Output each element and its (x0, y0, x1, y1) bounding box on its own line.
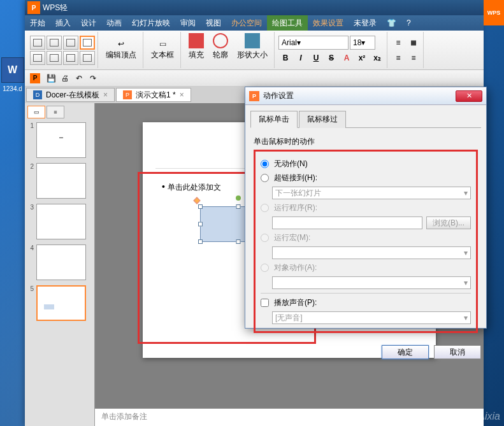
layout-btn-7[interactable] (63, 51, 78, 65)
resize-handle-sw[interactable] (198, 239, 203, 244)
textbox-button[interactable]: ▭ 文本框 (147, 38, 178, 62)
thumbnail-5[interactable]: 5 (27, 285, 92, 321)
cancel-button[interactable]: 取消 (434, 345, 481, 359)
redo-icon[interactable]: ↷ (87, 73, 99, 84)
subscript-button[interactable]: x₂ (370, 51, 384, 65)
font-name-select[interactable]: Arial ▾ (278, 36, 349, 50)
word-doc-icon[interactable]: W (1, 57, 24, 83)
menu-view[interactable]: 视图 (201, 15, 226, 31)
sound-select[interactable]: [无声音]▾ (272, 311, 471, 324)
menu-review[interactable]: 审阅 (175, 15, 201, 31)
highlight-box-dialog: 无动作(N) 超链接到(H): 下一张幻灯片▾ 运行程序(R): 浏览(B)..… (254, 150, 478, 333)
tab-mouse-over[interactable]: 鼠标移过 (299, 111, 346, 128)
close-icon[interactable]: × (180, 90, 184, 99)
ribbon: ↩ 编辑顶点 ▭ 文本框 填充 轮廓 形状大小 (25, 31, 484, 70)
save-icon[interactable]: 💾 (45, 73, 57, 84)
checkbox-play-sound[interactable] (261, 299, 269, 307)
wps-side-badge: WPS (484, 0, 504, 25)
menu-tshirt-icon[interactable]: 👕 (382, 15, 401, 31)
edit-vertex-button[interactable]: ↩ 编辑顶点 (102, 38, 140, 62)
menu-login[interactable]: 未登录 (349, 15, 382, 31)
notes-field[interactable]: 单击添加备注 (95, 408, 484, 426)
rotate-handle[interactable] (236, 195, 241, 201)
print-icon[interactable]: 🖨 (59, 73, 71, 84)
superscript-button[interactable]: x² (355, 51, 369, 65)
dialog-icon: P (249, 91, 259, 101)
layout-btn-3[interactable] (63, 36, 78, 50)
chevron-down-icon: ▾ (464, 278, 468, 287)
browse-button[interactable]: 浏览(B)... (426, 217, 471, 229)
layout-btn-2[interactable] (47, 36, 62, 50)
menu-anim[interactable]: 动画 (101, 15, 127, 31)
thumbnail-3[interactable]: 3 (27, 204, 92, 239)
strike-button[interactable]: S (324, 51, 338, 65)
layout-btn-6[interactable] (47, 51, 62, 65)
tab-mouse-click[interactable]: 鼠标单击 (250, 111, 298, 128)
chevron-down-icon: ▾ (464, 188, 468, 197)
resize-handle-nw[interactable] (198, 204, 203, 209)
thumbnail-1[interactable]: 1━━ (27, 122, 92, 158)
qat-app-icon: P (30, 73, 40, 83)
chevron-down-icon: ▾ (464, 313, 468, 322)
numbering-button[interactable]: ≣ (407, 36, 421, 50)
menu-design[interactable]: 设计 (76, 15, 101, 31)
object-action-select: ▾ (272, 276, 471, 289)
tab-presentation[interactable]: P 演示文稿1 * × (116, 88, 191, 102)
align-left-button[interactable]: ≡ (391, 51, 405, 65)
shapesize-button[interactable]: 形状大小 (233, 32, 271, 68)
chevron-down-icon: ▾ (464, 248, 468, 257)
menu-bar: 开始 插入 设计 动画 幻灯片放映 审阅 视图 办公空间 绘图工具 效果设置 未… (25, 15, 484, 31)
outline-button[interactable]: 轮廓 (209, 32, 232, 68)
file-label: 1234.d (0, 85, 25, 92)
chevron-down-icon: ▾ (297, 38, 301, 47)
radio-run-program[interactable] (261, 204, 269, 212)
font-size-select[interactable]: 18 ▾ (350, 36, 375, 50)
menu-slideshow[interactable]: 幻灯片放映 (127, 15, 175, 31)
resize-handle-w[interactable] (198, 222, 203, 227)
outline-icon (213, 33, 228, 48)
title-bar: P WPS轻 (25, 0, 484, 15)
hyperlink-select[interactable]: 下一张幻灯片▾ (272, 187, 471, 199)
thumbnail-2[interactable]: 2 (27, 163, 92, 199)
menu-help-icon[interactable]: ? (401, 15, 416, 31)
italic-button[interactable]: I (294, 51, 308, 65)
layout-btn-8[interactable] (80, 51, 95, 65)
shapesize-icon (245, 33, 260, 48)
menu-office[interactable]: 办公空间 (226, 15, 267, 31)
underline-button[interactable]: U (309, 51, 323, 65)
font-color-button[interactable]: A (340, 51, 354, 65)
vertex-icon: ↩ (118, 39, 124, 48)
menu-effect[interactable]: 效果设置 (308, 15, 349, 31)
undo-icon[interactable]: ↶ (73, 73, 85, 84)
resize-handle-s[interactable] (236, 239, 241, 244)
app-icon: P (27, 1, 40, 14)
menu-draw[interactable]: 绘图工具 (267, 15, 308, 31)
layout-btn-1[interactable] (30, 36, 45, 50)
app-brand: WPS轻 (43, 3, 68, 13)
macro-select: ▾ (272, 246, 471, 259)
layout-btn-5[interactable] (30, 51, 45, 65)
align-center-button[interactable]: ≡ (407, 51, 421, 65)
radio-hyperlink[interactable] (261, 174, 269, 182)
thumbnail-4[interactable]: 4 (27, 245, 92, 280)
thumb-tab-outline[interactable]: ≡ (47, 106, 64, 118)
dialog-close-button[interactable]: ✕ (456, 90, 482, 102)
menu-start[interactable]: 开始 (25, 15, 50, 31)
bullets-button[interactable]: ≡ (391, 36, 405, 50)
menu-insert[interactable]: 插入 (50, 15, 76, 31)
resize-handle-n[interactable] (236, 204, 241, 209)
radio-object-action (261, 264, 269, 272)
pres-icon: P (123, 90, 132, 99)
program-path-input[interactable] (272, 217, 422, 229)
fill-button[interactable]: 填充 (185, 32, 208, 68)
radio-none[interactable] (261, 160, 269, 168)
close-icon[interactable]: × (103, 90, 108, 99)
bold-button[interactable]: B (278, 51, 292, 65)
layout-btn-4[interactable] (80, 36, 95, 50)
quick-access-toolbar: P 💾 🖨 ↶ ↷ (25, 70, 484, 87)
dialog-titlebar[interactable]: P 动作设置 ✕ (245, 87, 486, 105)
tab-docer[interactable]: D Docer-在线模板 × (26, 88, 115, 102)
radio-run-macro (261, 234, 269, 242)
thumb-tab-slides[interactable]: ▭ (27, 106, 45, 118)
ok-button[interactable]: 确定 (382, 345, 429, 359)
